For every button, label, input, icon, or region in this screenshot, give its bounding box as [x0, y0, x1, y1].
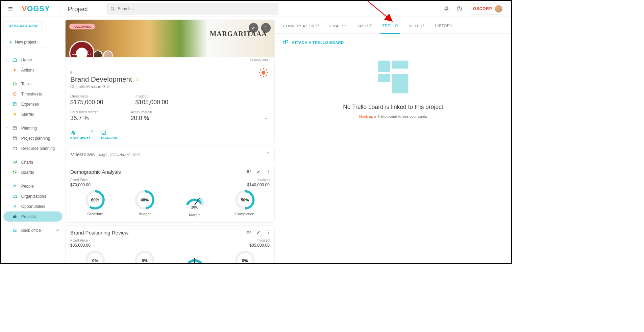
edit-project-button[interactable]	[249, 23, 258, 33]
tab-trello[interactable]: TRELLO	[377, 17, 403, 33]
svg-rect-32	[102, 131, 106, 135]
more-vert-icon	[266, 230, 271, 234]
menu-icon	[8, 6, 13, 11]
tab-history[interactable]: HISTORY	[429, 17, 458, 33]
trello-empty-title: No Trello board is linked to this projec…	[275, 104, 511, 111]
svg-rect-17	[15, 196, 16, 198]
nav-planning[interactable]: ›Planning	[3, 123, 62, 133]
team-avatar-2	[103, 50, 113, 57]
svg-line-2	[114, 9, 115, 10]
subproject-title: Demographic Analysis	[70, 169, 270, 175]
tab-tasks[interactable]: TASKS0	[352, 17, 377, 33]
stopwatch-icon	[12, 91, 18, 96]
svg-rect-8	[13, 137, 17, 140]
margin-gauge: 20%	[184, 190, 205, 211]
calendar-icon	[12, 125, 18, 131]
external-link-icon: ⬈	[56, 228, 59, 232]
nav-starred[interactable]: Starred	[3, 109, 62, 119]
nav-timesheets[interactable]: Timesheets	[3, 89, 62, 99]
edit-button[interactable]	[256, 230, 261, 235]
svg-point-33	[247, 170, 249, 172]
calculated-margin: 35.7 %	[70, 115, 98, 122]
chevron-down-icon	[266, 150, 271, 155]
help-button[interactable]	[456, 5, 463, 12]
svg-rect-19	[13, 216, 17, 218]
nav-resource-planning[interactable]: Resource planning	[3, 143, 62, 154]
svg-point-18	[14, 205, 16, 207]
tab-emails[interactable]: EMAILS0	[324, 17, 352, 33]
star-icon	[12, 112, 18, 117]
new-project-button[interactable]: + New project	[3, 36, 49, 48]
edit-button[interactable]	[256, 169, 261, 175]
company-switcher[interactable]: OSCORP	[469, 3, 506, 14]
svg-rect-7	[13, 127, 17, 130]
svg-point-1	[111, 7, 114, 10]
nav-organizations[interactable]: Organizations	[3, 191, 62, 201]
bell-icon	[444, 6, 449, 11]
subscribe-button[interactable]: SUBSCRIBE NOW	[3, 21, 42, 31]
right-tabs: CONVERSATIONS0 EMAILS0 TASKS0 TRELLO NOT…	[275, 17, 511, 34]
assign-button[interactable]	[246, 169, 251, 175]
expand-milestones[interactable]	[266, 150, 271, 155]
nav-home[interactable]: ›Home	[3, 55, 62, 65]
project-hero: FOLLOWING MARGARITAAA CHIPOTLEMEXICAN GR…	[66, 20, 275, 57]
planning-tab[interactable]: PLANNING	[101, 130, 117, 140]
nav-boards[interactable]: Boards	[3, 167, 62, 177]
more-vert-icon	[266, 169, 271, 174]
documents-tab[interactable]: 2 DOCUMENTS	[70, 130, 91, 140]
order-value: $175,000.00	[70, 99, 103, 106]
nav-actions[interactable]: Actions	[3, 65, 62, 75]
subproject-card: Brand Positioning Review Fixed Price$35,…	[65, 225, 275, 263]
more-button[interactable]	[266, 230, 271, 235]
svg-point-15	[15, 185, 16, 186]
nav-projects[interactable]: Projects	[3, 211, 62, 221]
link-icon	[282, 39, 288, 45]
person-add-icon	[246, 169, 251, 175]
attach-trello-button[interactable]: ATTACH A TRELLO BOARD	[275, 34, 511, 51]
svg-line-31	[266, 70, 267, 71]
hook-up-link[interactable]: Hook up	[359, 114, 373, 118]
svg-point-35	[268, 171, 269, 172]
invoiced-value: $105,000.00	[135, 99, 168, 106]
project-more-button[interactable]	[261, 23, 271, 33]
svg-point-21	[266, 28, 266, 28]
trello-empty-hint: Hook up a Trello board to see your cards	[275, 114, 511, 118]
search-input[interactable]	[118, 6, 275, 11]
hamburger-menu[interactable]	[6, 4, 16, 14]
margin-gauge: 0%	[184, 251, 205, 263]
milestones-section[interactable]: Milestones Aug 1, 2022–Nov 30, 2022	[65, 147, 275, 162]
pencil-icon	[251, 26, 256, 30]
svg-rect-13	[15, 172, 16, 173]
nav-charts[interactable]: Charts	[3, 157, 62, 167]
search-box[interactable]	[107, 3, 279, 15]
help-icon	[456, 6, 462, 11]
company-name: OSCORP	[473, 6, 492, 11]
nav-project-planning[interactable]: Project planning	[3, 133, 62, 143]
tab-notes[interactable]: NOTES0	[403, 17, 429, 33]
notifications-button[interactable]	[443, 5, 450, 12]
nav-expenses[interactable]: Expenses	[3, 99, 62, 109]
nav-back-office[interactable]: Back office⬈	[3, 225, 62, 235]
svg-point-22	[266, 29, 266, 29]
check-icon	[12, 81, 18, 86]
assign-button[interactable]	[246, 230, 251, 235]
sidebar: SUBSCRIBE NOW + New project ›Home Action…	[1, 17, 65, 263]
svg-rect-11	[15, 171, 16, 171]
pencil-icon	[256, 169, 261, 174]
logo[interactable]: VOGSY	[22, 4, 50, 13]
nav-tasks[interactable]: Tasks	[3, 79, 62, 89]
tab-conversations[interactable]: CONVERSATIONS0	[278, 17, 324, 33]
svg-line-28	[260, 70, 261, 71]
expand-metrics[interactable]	[264, 116, 269, 120]
trello-placeholder-icon	[378, 60, 408, 93]
more-button[interactable]	[266, 169, 271, 175]
svg-point-36	[268, 173, 269, 173]
team-avatar-1	[93, 50, 103, 57]
pencil-icon	[256, 230, 261, 234]
star-outline-icon[interactable]: ☆	[135, 76, 140, 82]
svg-rect-9	[13, 147, 17, 150]
nav-opportunities[interactable]: Opportunities	[3, 201, 62, 211]
project-number: 5	[70, 70, 270, 75]
briefcase-icon	[12, 214, 18, 219]
nav-people[interactable]: People	[3, 181, 62, 191]
